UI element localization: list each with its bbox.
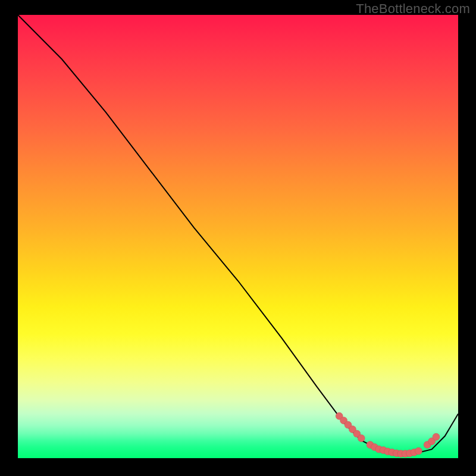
curve-layer bbox=[18, 15, 458, 458]
highlight-dot bbox=[358, 435, 365, 442]
highlight-dot bbox=[415, 447, 422, 455]
plot-area bbox=[18, 15, 458, 458]
bottleneck-curve bbox=[18, 15, 458, 454]
highlight-dot bbox=[433, 433, 440, 440]
chart-frame: TheBottleneck.com bbox=[0, 0, 476, 476]
watermark-text: TheBottleneck.com bbox=[356, 1, 470, 17]
highlight-dots-group bbox=[336, 412, 440, 457]
